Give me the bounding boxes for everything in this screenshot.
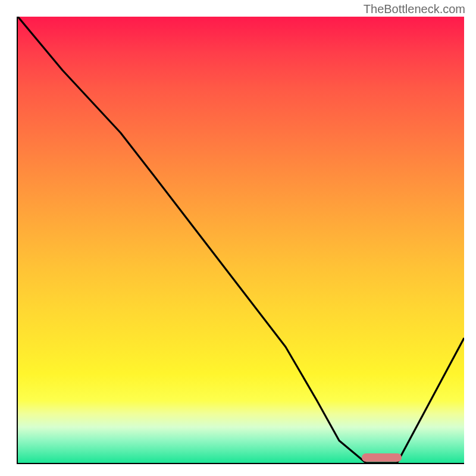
plot-area [17, 17, 464, 464]
optimal-range-marker [362, 453, 402, 462]
watermark-text: TheBottleneck.com [364, 2, 465, 16]
chart-container: TheBottleneck.com [0, 0, 476, 476]
bottleneck-curve [18, 17, 464, 463]
